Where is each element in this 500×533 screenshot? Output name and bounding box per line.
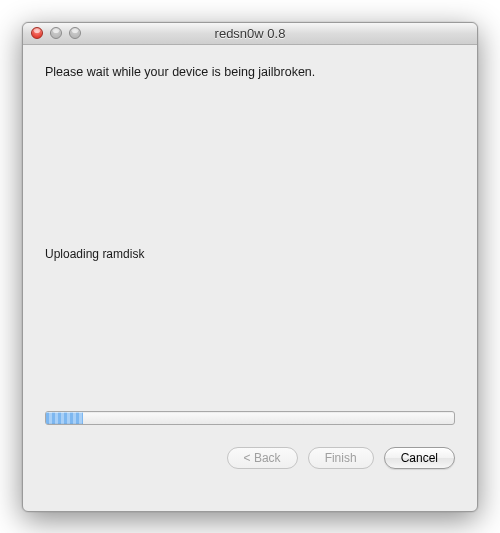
back-button: < Back	[227, 447, 298, 469]
traffic-lights	[23, 27, 81, 39]
app-window: redsn0w 0.8 Please wait while your devic…	[22, 22, 478, 512]
zoom-icon	[69, 27, 81, 39]
content-pane: Please wait while your device is being j…	[23, 45, 477, 511]
minimize-icon	[50, 27, 62, 39]
titlebar[interactable]: redsn0w 0.8	[23, 23, 477, 45]
main-message: Please wait while your device is being j…	[45, 65, 455, 79]
cancel-button[interactable]: Cancel	[384, 447, 455, 469]
close-icon[interactable]	[31, 27, 43, 39]
finish-button: Finish	[308, 447, 374, 469]
progress-bar	[45, 411, 455, 425]
progress-container	[45, 411, 455, 425]
progress-fill	[46, 412, 83, 424]
status-message: Uploading ramdisk	[45, 247, 455, 261]
window-title: redsn0w 0.8	[23, 26, 477, 41]
button-row: < Back Finish Cancel	[45, 447, 455, 469]
